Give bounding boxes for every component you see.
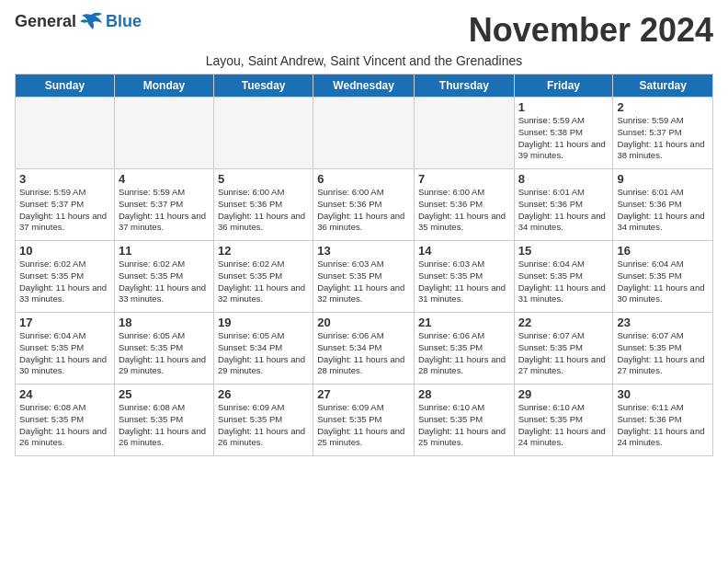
day-info: Sunrise: 6:04 AMSunset: 5:35 PMDaylight:… bbox=[19, 330, 110, 377]
day-number: 16 bbox=[617, 244, 709, 258]
day-info: Sunrise: 6:09 AMSunset: 5:35 PMDaylight:… bbox=[218, 402, 309, 449]
day-number: 12 bbox=[218, 244, 309, 258]
calendar-week-row: 1Sunrise: 5:59 AMSunset: 5:38 PMDaylight… bbox=[16, 98, 713, 169]
calendar-week-row: 24Sunrise: 6:08 AMSunset: 5:35 PMDayligh… bbox=[16, 385, 713, 456]
calendar-cell: 10Sunrise: 6:02 AMSunset: 5:35 PMDayligh… bbox=[16, 241, 115, 313]
day-number: 3 bbox=[19, 172, 110, 186]
col-sunday: Sunday bbox=[16, 75, 115, 98]
day-number: 28 bbox=[418, 387, 510, 401]
day-info: Sunrise: 5:59 AMSunset: 5:37 PMDaylight:… bbox=[19, 187, 110, 234]
calendar-cell: 19Sunrise: 6:05 AMSunset: 5:34 PMDayligh… bbox=[213, 313, 313, 385]
calendar-cell: 26Sunrise: 6:09 AMSunset: 5:35 PMDayligh… bbox=[213, 385, 313, 456]
calendar-cell: 21Sunrise: 6:06 AMSunset: 5:35 PMDayligh… bbox=[414, 313, 514, 385]
calendar-week-row: 3Sunrise: 5:59 AMSunset: 5:37 PMDaylight… bbox=[16, 169, 713, 241]
day-info: Sunrise: 6:09 AMSunset: 5:35 PMDaylight:… bbox=[317, 402, 410, 449]
day-number: 10 bbox=[19, 244, 110, 258]
calendar-cell: 22Sunrise: 6:07 AMSunset: 5:35 PMDayligh… bbox=[514, 313, 613, 385]
header: General Blue November 2024 bbox=[15, 11, 713, 50]
calendar-cell: 17Sunrise: 6:04 AMSunset: 5:35 PMDayligh… bbox=[16, 313, 115, 385]
day-info: Sunrise: 6:11 AMSunset: 5:36 PMDaylight:… bbox=[617, 402, 709, 449]
day-number: 4 bbox=[119, 172, 210, 186]
calendar-cell: 11Sunrise: 6:02 AMSunset: 5:35 PMDayligh… bbox=[114, 241, 213, 313]
day-number: 20 bbox=[317, 316, 410, 329]
day-number: 11 bbox=[119, 244, 210, 258]
calendar-cell: 6Sunrise: 6:00 AMSunset: 5:36 PMDaylight… bbox=[313, 169, 415, 241]
day-number: 13 bbox=[317, 244, 410, 258]
day-info: Sunrise: 6:04 AMSunset: 5:35 PMDaylight:… bbox=[617, 259, 709, 305]
calendar-week-row: 10Sunrise: 6:02 AMSunset: 5:35 PMDayligh… bbox=[16, 241, 713, 313]
day-number: 8 bbox=[518, 172, 609, 186]
col-monday: Monday bbox=[114, 75, 213, 98]
day-number: 29 bbox=[518, 387, 609, 401]
calendar-cell: 14Sunrise: 6:03 AMSunset: 5:35 PMDayligh… bbox=[414, 241, 514, 313]
day-info: Sunrise: 6:06 AMSunset: 5:35 PMDaylight:… bbox=[418, 330, 510, 377]
logo-general: General bbox=[15, 12, 76, 31]
day-number: 24 bbox=[19, 387, 110, 401]
calendar-cell bbox=[414, 98, 514, 169]
calendar-cell: 24Sunrise: 6:08 AMSunset: 5:35 PMDayligh… bbox=[16, 385, 115, 456]
day-info: Sunrise: 6:07 AMSunset: 5:35 PMDaylight:… bbox=[617, 330, 709, 377]
calendar-cell: 27Sunrise: 6:09 AMSunset: 5:35 PMDayligh… bbox=[313, 385, 415, 456]
day-info: Sunrise: 6:03 AMSunset: 5:35 PMDaylight:… bbox=[317, 259, 410, 305]
day-number: 14 bbox=[418, 244, 510, 258]
calendar-cell bbox=[313, 98, 415, 169]
day-number: 26 bbox=[218, 387, 309, 401]
calendar-cell: 23Sunrise: 6:07 AMSunset: 5:35 PMDayligh… bbox=[613, 313, 713, 385]
day-number: 21 bbox=[418, 316, 510, 329]
day-number: 25 bbox=[119, 387, 210, 401]
calendar-cell: 18Sunrise: 6:05 AMSunset: 5:35 PMDayligh… bbox=[114, 313, 213, 385]
col-friday: Friday bbox=[514, 75, 613, 98]
calendar-cell bbox=[114, 98, 213, 169]
day-info: Sunrise: 6:05 AMSunset: 5:35 PMDaylight:… bbox=[119, 330, 210, 377]
calendar-cell bbox=[213, 98, 313, 169]
day-number: 19 bbox=[218, 316, 309, 329]
calendar-cell: 4Sunrise: 5:59 AMSunset: 5:37 PMDaylight… bbox=[114, 169, 213, 241]
calendar-cell: 20Sunrise: 6:06 AMSunset: 5:34 PMDayligh… bbox=[313, 313, 415, 385]
calendar-cell: 2Sunrise: 5:59 AMSunset: 5:37 PMDaylight… bbox=[613, 98, 713, 169]
day-info: Sunrise: 6:02 AMSunset: 5:35 PMDaylight:… bbox=[218, 259, 309, 305]
calendar-cell: 9Sunrise: 6:01 AMSunset: 5:36 PMDaylight… bbox=[613, 169, 713, 241]
calendar-cell: 30Sunrise: 6:11 AMSunset: 5:36 PMDayligh… bbox=[613, 385, 713, 456]
day-info: Sunrise: 6:07 AMSunset: 5:35 PMDaylight:… bbox=[518, 330, 609, 377]
calendar-cell: 28Sunrise: 6:10 AMSunset: 5:35 PMDayligh… bbox=[414, 385, 514, 456]
day-number: 2 bbox=[617, 100, 709, 114]
day-info: Sunrise: 6:02 AMSunset: 5:35 PMDaylight:… bbox=[19, 259, 110, 305]
day-number: 6 bbox=[317, 172, 410, 186]
day-info: Sunrise: 5:59 AMSunset: 5:37 PMDaylight:… bbox=[617, 115, 709, 162]
day-info: Sunrise: 6:04 AMSunset: 5:35 PMDaylight:… bbox=[518, 259, 609, 305]
calendar-cell bbox=[16, 98, 115, 169]
day-number: 15 bbox=[518, 244, 609, 258]
calendar-header-row: Sunday Monday Tuesday Wednesday Thursday… bbox=[16, 75, 713, 98]
day-info: Sunrise: 5:59 AMSunset: 5:38 PMDaylight:… bbox=[518, 115, 609, 162]
day-number: 17 bbox=[19, 316, 110, 329]
day-info: Sunrise: 5:59 AMSunset: 5:37 PMDaylight:… bbox=[119, 187, 210, 234]
day-info: Sunrise: 6:06 AMSunset: 5:34 PMDaylight:… bbox=[317, 330, 410, 377]
calendar-cell: 15Sunrise: 6:04 AMSunset: 5:35 PMDayligh… bbox=[514, 241, 613, 313]
day-number: 23 bbox=[617, 316, 709, 329]
day-info: Sunrise: 6:08 AMSunset: 5:35 PMDaylight:… bbox=[119, 402, 210, 449]
day-number: 5 bbox=[218, 172, 309, 186]
day-info: Sunrise: 6:05 AMSunset: 5:34 PMDaylight:… bbox=[218, 330, 309, 377]
day-info: Sunrise: 6:10 AMSunset: 5:35 PMDaylight:… bbox=[518, 402, 609, 449]
day-number: 1 bbox=[518, 100, 609, 114]
day-info: Sunrise: 6:00 AMSunset: 5:36 PMDaylight:… bbox=[317, 187, 410, 234]
calendar-cell: 16Sunrise: 6:04 AMSunset: 5:35 PMDayligh… bbox=[613, 241, 713, 313]
page: General Blue November 2024 Layou, Saint … bbox=[0, 0, 728, 464]
subtitle: Layou, Saint Andrew, Saint Vincent and t… bbox=[15, 53, 713, 68]
day-info: Sunrise: 6:00 AMSunset: 5:36 PMDaylight:… bbox=[218, 187, 309, 234]
day-info: Sunrise: 6:01 AMSunset: 5:36 PMDaylight:… bbox=[617, 187, 709, 234]
day-number: 9 bbox=[617, 172, 709, 186]
calendar-week-row: 17Sunrise: 6:04 AMSunset: 5:35 PMDayligh… bbox=[16, 313, 713, 385]
col-wednesday: Wednesday bbox=[313, 75, 415, 98]
calendar-cell: 12Sunrise: 6:02 AMSunset: 5:35 PMDayligh… bbox=[213, 241, 313, 313]
day-info: Sunrise: 6:02 AMSunset: 5:35 PMDaylight:… bbox=[119, 259, 210, 305]
day-info: Sunrise: 6:01 AMSunset: 5:36 PMDaylight:… bbox=[518, 187, 609, 234]
day-number: 22 bbox=[518, 316, 609, 329]
day-number: 18 bbox=[119, 316, 210, 329]
day-info: Sunrise: 6:00 AMSunset: 5:36 PMDaylight:… bbox=[418, 187, 510, 234]
day-info: Sunrise: 6:08 AMSunset: 5:35 PMDaylight:… bbox=[19, 402, 110, 449]
calendar-cell: 13Sunrise: 6:03 AMSunset: 5:35 PMDayligh… bbox=[313, 241, 415, 313]
logo-bird-icon bbox=[78, 11, 104, 31]
month-title: November 2024 bbox=[469, 11, 713, 50]
calendar-cell: 8Sunrise: 6:01 AMSunset: 5:36 PMDaylight… bbox=[514, 169, 613, 241]
